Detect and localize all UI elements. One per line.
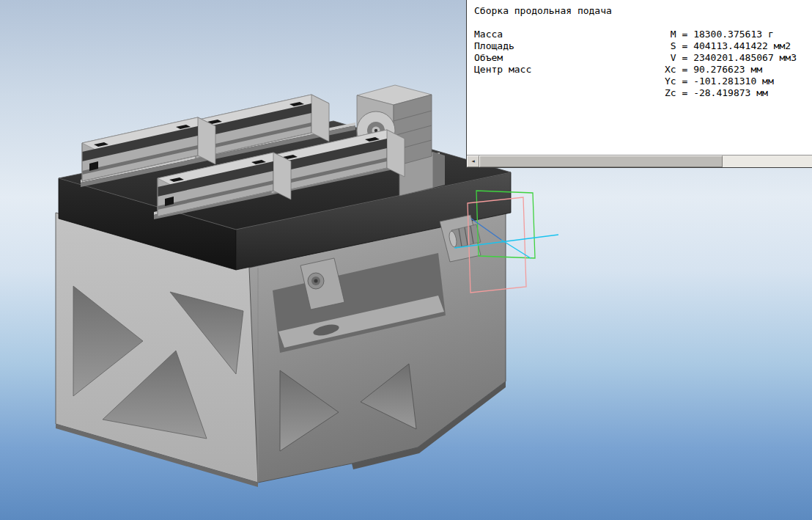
horizontal-scrollbar[interactable]: ◄ bbox=[467, 155, 812, 167]
property-label: Объем bbox=[474, 52, 665, 64]
property-value: Xc = 90.276623 мм bbox=[665, 64, 762, 76]
property-label: Масса bbox=[474, 29, 665, 40]
property-value: V = 2340201.485067 мм3 bbox=[665, 52, 797, 64]
property-row-volume: Объем V = 2340201.485067 мм3 bbox=[474, 52, 811, 64]
property-label bbox=[474, 87, 665, 99]
property-label bbox=[474, 76, 665, 87]
mass-properties-panel: Сборка продольная подача Масса M = 18300… bbox=[466, 0, 812, 168]
scroll-left-icon: ◄ bbox=[471, 155, 475, 167]
mass-properties-list: Масса M = 18300.375613 г Площадь S = 404… bbox=[474, 29, 811, 99]
property-label: Центр масс bbox=[474, 64, 665, 76]
scroll-left-button[interactable]: ◄ bbox=[467, 155, 479, 167]
property-row-mass: Масса M = 18300.375613 г bbox=[474, 29, 811, 40]
property-row-center-y: Yc = -101.281310 мм bbox=[474, 76, 811, 87]
property-value: M = 18300.375613 г bbox=[665, 29, 774, 40]
property-value: S = 404113.441422 мм2 bbox=[665, 40, 791, 52]
panel-title: Сборка продольная подача bbox=[474, 5, 612, 17]
property-label: Площадь bbox=[474, 40, 665, 52]
property-row-center-z: Zc = -28.419873 мм bbox=[474, 87, 811, 99]
property-value: Zc = -28.419873 мм bbox=[665, 87, 768, 99]
scrollbar-thumb[interactable] bbox=[479, 155, 723, 167]
property-row-area: Площадь S = 404113.441422 мм2 bbox=[474, 40, 811, 52]
property-row-center-x: Центр масс Xc = 90.276623 мм bbox=[474, 64, 811, 76]
property-value: Yc = -101.281310 мм bbox=[665, 76, 774, 87]
